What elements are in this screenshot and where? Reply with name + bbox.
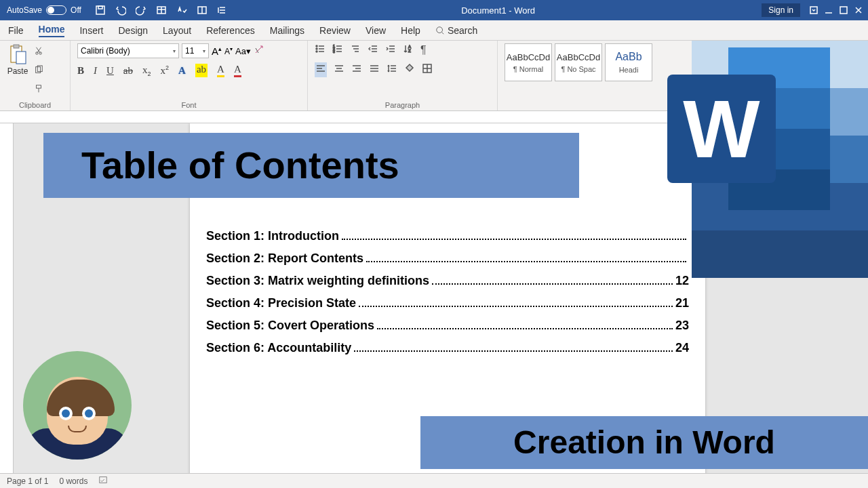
toc-row[interactable]: Section 1: Introduction [206,229,689,243]
bullets-icon[interactable] [315,43,326,57]
minimize-icon[interactable] [823,5,834,16]
leader-dots [377,328,673,329]
tab-view[interactable]: View [366,25,386,36]
vertical-ruler[interactable] [0,123,14,473]
line-spacing-icon[interactable] [387,63,397,77]
font-color-icon[interactable]: A [234,64,241,77]
font-name-combo[interactable]: Calibri (Body) [77,43,179,58]
toc-row[interactable]: Section 2: Report Contents [206,251,689,266]
search-icon [435,26,445,35]
paste-button[interactable]: Paste [7,43,28,76]
grow-font-icon[interactable]: A▴ [212,45,222,57]
shrink-font-icon[interactable]: A▾ [224,46,233,56]
svg-rect-9 [16,52,26,64]
borders-icon[interactable] [422,63,433,77]
tab-review[interactable]: Review [319,25,351,36]
leader-dots [359,306,673,307]
svg-rect-5 [840,7,847,14]
clipboard-icon [7,43,28,65]
tab-design[interactable]: Design [118,25,148,36]
svg-rect-0 [96,6,104,14]
toc-row[interactable]: Section 4: Precision State21 [206,296,689,310]
justify-icon[interactable] [369,63,380,77]
word-count[interactable]: 0 words [59,476,87,486]
group-clipboard: Paste Clipboard [0,41,71,110]
leader-dots [432,283,673,285]
underline-button[interactable]: U [106,65,114,77]
status-bar: Page 1 of 1 0 words [0,473,868,488]
numbering-icon[interactable]: 123 [332,43,343,57]
toc-row[interactable]: Section 3: Matrix weighting definitions1… [206,274,689,288]
sign-in-button[interactable]: Sign in [762,3,800,17]
reading-icon[interactable] [197,5,208,16]
style-no-spacing[interactable]: AaBbCcDd ¶ No Spac [555,43,602,81]
tab-mailings[interactable]: Mailings [270,25,304,36]
shading-icon[interactable] [404,63,415,77]
align-right-icon[interactable] [351,63,362,77]
style-normal[interactable]: AaBbCcDd ¶ Normal [505,43,552,81]
outdent-icon[interactable] [368,43,378,57]
subtitle-banner: Creation in Word [420,416,868,469]
superscript-button[interactable]: x2 [161,64,170,77]
toc-row[interactable]: Section 5: Covert Operations23 [206,319,689,333]
svg-point-6 [437,26,443,33]
undo-icon[interactable] [115,5,126,16]
strike-button[interactable]: ab [123,65,133,77]
page-indicator[interactable]: Page 1 of 1 [7,476,48,486]
toc-row[interactable]: Section 6: Accountability24 [206,341,689,355]
clear-format-icon[interactable] [254,44,264,58]
group-font: Calibri (Body) 11 A▴ A▾ Aa▾ B I U ab x2 … [71,41,308,110]
font-size-combo[interactable]: 11 [182,43,209,58]
autosave-toggle[interactable]: AutoSave Off [0,5,88,15]
text-effects-icon[interactable]: A [178,65,186,77]
presenter-avatar [23,351,132,460]
align-left-icon[interactable] [315,62,327,77]
subtitle-banner-text: Creation in Word [513,426,775,459]
sort-icon[interactable]: AZ [403,43,414,57]
tab-file[interactable]: File [8,25,24,36]
multilevel-icon[interactable] [350,43,361,57]
tab-home[interactable]: Home [39,24,65,37]
search-label: Search [448,25,477,36]
tell-me-search[interactable]: Search [435,25,477,36]
font-shading-icon[interactable]: A [217,64,224,77]
leader-dots [366,261,686,262]
table-icon[interactable] [156,5,167,16]
table-of-contents: Section 1: Introduction Section 2: Repor… [206,229,689,355]
quick-access-toolbar [88,5,235,16]
cut-icon[interactable] [34,46,43,58]
subscript-button[interactable]: x2 [142,64,151,77]
svg-rect-1 [98,6,102,9]
leader-dots [342,239,686,240]
pilcrow-icon[interactable]: ¶ [420,44,427,56]
svg-text:Z: Z [408,49,411,53]
tab-insert[interactable]: Insert [79,25,103,36]
svg-point-15 [316,45,317,47]
maximize-icon[interactable] [838,5,849,16]
change-case-icon[interactable]: Aa▾ [235,46,251,56]
paste-label: Paste [7,66,28,76]
highlight-icon[interactable]: ab [195,64,208,77]
spellcheck-status-icon[interactable] [98,475,108,487]
spacing-icon[interactable] [217,5,228,16]
tab-help[interactable]: Help [401,25,420,36]
window-controls [804,5,868,16]
align-center-icon[interactable] [334,63,344,77]
tab-references[interactable]: References [206,25,255,36]
copy-icon[interactable] [34,65,43,77]
spellcheck-icon[interactable] [176,5,187,16]
redo-icon[interactable] [136,5,146,16]
svg-rect-14 [37,85,41,88]
close-icon[interactable] [853,5,864,16]
toggle-icon [46,5,66,15]
tab-layout[interactable]: Layout [163,25,191,36]
format-painter-icon[interactable] [34,84,43,96]
save-icon[interactable] [95,5,106,16]
bold-button[interactable]: B [77,65,84,77]
word-logo: W [667,47,830,210]
indent-icon[interactable] [385,43,396,57]
paragraph-group-label: Paragraph [315,100,490,109]
italic-button[interactable]: I [94,65,97,77]
style-heading1[interactable]: AaBb Headi [605,43,652,81]
ribbon-options-icon[interactable] [808,5,819,16]
